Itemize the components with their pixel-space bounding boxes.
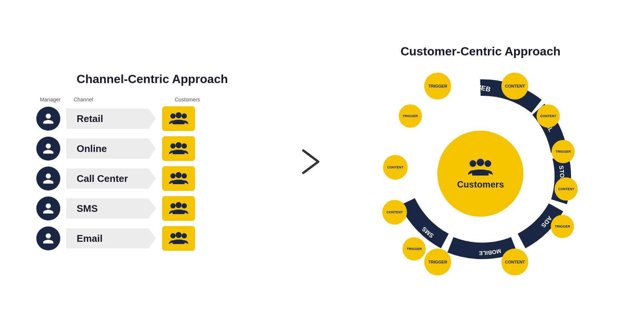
person-icon <box>42 112 55 125</box>
svg-point-23 <box>477 159 484 166</box>
svg-point-7 <box>176 172 182 178</box>
retail-label: Retail <box>77 113 103 125</box>
transition-arrow <box>296 147 326 177</box>
manager-icon <box>36 167 60 191</box>
customers-box-online <box>162 136 195 161</box>
retail-arrow: Retail <box>66 109 156 129</box>
customers-box-callcenter <box>162 166 195 191</box>
bubble-content-rightmid: CONTENT <box>555 177 578 201</box>
bubble-content-bottomright: CONTENT <box>501 249 528 275</box>
email-arrow: Email <box>66 228 156 249</box>
svg-point-8 <box>182 173 187 179</box>
manager-icon <box>36 107 60 131</box>
svg-point-2 <box>182 113 187 119</box>
person-icon <box>42 172 55 185</box>
bubble-content-upperright: CONTENT <box>537 104 560 128</box>
svg-point-22 <box>470 160 476 167</box>
manager-icon <box>36 196 60 220</box>
table-row: Retail <box>36 106 195 131</box>
table-row: SMS <box>36 196 195 221</box>
customers-box-retail <box>162 106 195 131</box>
customers-box-email <box>162 226 195 251</box>
sms-label: SMS <box>77 203 98 214</box>
customers-center-icon <box>467 158 493 176</box>
customers-box-sms <box>162 196 195 221</box>
customers-group-icon <box>169 231 188 246</box>
svg-point-14 <box>182 233 187 238</box>
customers-group-icon <box>169 112 188 126</box>
center-customers-circle: Customers <box>437 131 523 217</box>
manager-icon <box>36 226 60 250</box>
sms-arrow: SMS <box>66 198 156 219</box>
left-section: Channel-Centric Approach Manager Channel… <box>36 72 268 251</box>
bubble-trigger-rightlower: TRIGGER <box>551 215 574 238</box>
online-label: Online <box>77 143 107 155</box>
svg-point-5 <box>182 143 187 149</box>
bubble-content-leftlowermid: CONTENT <box>382 200 407 225</box>
person-icon <box>42 232 55 245</box>
svg-point-3 <box>170 143 176 149</box>
table-row: Online <box>36 136 195 161</box>
person-icon <box>42 142 55 155</box>
svg-point-0 <box>170 113 176 119</box>
svg-point-24 <box>484 160 491 167</box>
manager-label: Manager <box>40 97 74 103</box>
right-section: Customer-Centric Approach WEB <box>353 45 608 278</box>
customers-group-icon <box>169 171 188 186</box>
channel-rows: Retail <box>36 106 195 251</box>
svg-point-13 <box>176 232 182 238</box>
svg-point-4 <box>176 142 182 148</box>
table-row: Email <box>36 226 195 251</box>
table-row: Call Center <box>36 166 195 191</box>
channel-label: Channel <box>74 97 175 103</box>
email-label: Email <box>77 233 103 244</box>
bubble-trigger-rightuppermid: TRIGGER <box>552 140 575 163</box>
svg-point-12 <box>170 233 176 238</box>
center-customers-label: Customers <box>457 179 504 190</box>
callcenter-arrow: Call Center <box>66 168 156 189</box>
customers-group-icon <box>169 201 188 216</box>
bubble-trigger-bottomleft: TRIGGER <box>424 249 451 275</box>
bubble-content-top-right: CONTENT <box>501 73 528 100</box>
customers-label: Customers <box>175 97 200 103</box>
circle-diagram: WEB WEB EMAIL STORE <box>376 69 585 278</box>
customers-group-icon <box>169 141 188 156</box>
manager-icon <box>36 137 60 161</box>
svg-point-9 <box>170 203 176 208</box>
online-arrow: Online <box>66 138 156 159</box>
svg-point-11 <box>182 203 187 208</box>
svg-point-10 <box>176 202 182 208</box>
right-title: Customer-Centric Approach <box>401 45 561 58</box>
bubble-trigger-top-left: TRIGGER <box>424 73 451 100</box>
column-labels: Manager Channel Customers <box>36 97 200 103</box>
callcenter-label: Call Center <box>77 173 128 185</box>
svg-point-6 <box>170 173 176 179</box>
person-icon <box>42 202 55 215</box>
svg-point-1 <box>176 112 182 118</box>
main-container: Channel-Centric Approach Manager Channel… <box>0 0 644 323</box>
left-title: Channel-Centric Approach <box>36 72 268 86</box>
